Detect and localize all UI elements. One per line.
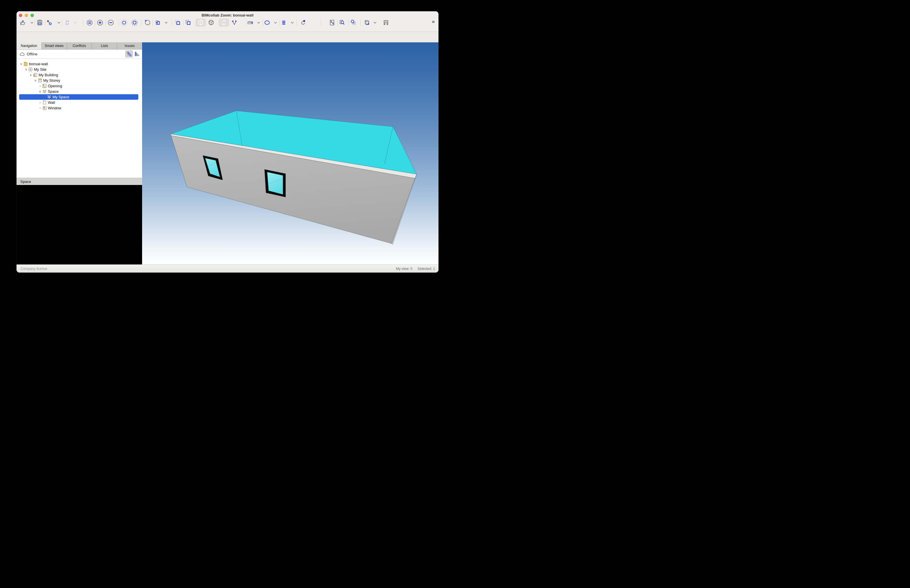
link-icon bbox=[46, 19, 52, 26]
section-circle-button[interactable] bbox=[263, 19, 272, 27]
building-icon bbox=[33, 73, 38, 77]
tree-item-label: Window bbox=[48, 106, 61, 110]
navigation-panel: Navigation Smart views Conflicts Lists I… bbox=[16, 42, 142, 265]
disclosure-expanded-icon[interactable]: ∨ bbox=[38, 89, 42, 94]
tree-item-bonsai-wall[interactable]: ∨ bonsai-wall bbox=[16, 61, 142, 67]
tab-lists[interactable]: Lists bbox=[92, 42, 117, 49]
tab-conflicts[interactable]: Conflicts bbox=[67, 42, 92, 49]
disclosure-expanded-icon[interactable]: ∨ bbox=[29, 72, 33, 78]
disclosure-expanded-icon[interactable]: ∨ bbox=[33, 78, 37, 83]
zoom-in-button[interactable] bbox=[96, 19, 104, 27]
tab-issues[interactable]: Issues bbox=[117, 42, 142, 49]
ruler-icon bbox=[247, 19, 254, 26]
circle-minus-icon bbox=[107, 19, 114, 26]
toolbar-overflow-button[interactable]: » bbox=[432, 18, 435, 25]
chevron-down-icon bbox=[273, 21, 278, 25]
tree-item-my-space-selected[interactable]: My Space bbox=[19, 94, 138, 100]
highlight-selection-button[interactable] bbox=[120, 19, 128, 27]
open-model-button[interactable] bbox=[19, 19, 27, 27]
tree-item-label: My Storey bbox=[43, 78, 60, 82]
measure-button[interactable] bbox=[246, 19, 255, 27]
zoom-extents-button[interactable] bbox=[85, 19, 94, 27]
offline-status-label: Offline bbox=[27, 52, 125, 56]
viewport-3d[interactable] bbox=[142, 42, 438, 265]
sync-dropdown[interactable] bbox=[71, 19, 80, 27]
saved-views-dropdown[interactable] bbox=[162, 19, 171, 27]
marquee-dotted-icon bbox=[174, 19, 181, 26]
disclosure-collapsed-icon[interactable]: › bbox=[38, 105, 42, 111]
space-icon bbox=[42, 89, 47, 94]
status-bar: Company license My view: 0 Selected: 1 bbox=[16, 265, 438, 273]
tree-item-my-storey[interactable]: ∨ My Storey bbox=[16, 78, 142, 83]
save-button[interactable] bbox=[36, 19, 44, 27]
select-paste-button[interactable] bbox=[184, 19, 192, 27]
box-3d-icon bbox=[363, 19, 370, 26]
window-title: BIMcollab Zoom: bonsai-wall bbox=[16, 13, 438, 18]
window-2-glass[interactable] bbox=[267, 172, 283, 195]
open-model-dropdown[interactable] bbox=[27, 19, 36, 27]
circle-equals-icon bbox=[86, 19, 93, 26]
window-icon bbox=[42, 106, 47, 110]
lines-icon bbox=[280, 19, 288, 26]
zoom-window-button[interactable] bbox=[349, 19, 357, 27]
isolate-selection-button[interactable] bbox=[130, 19, 139, 27]
circle-plus-icon bbox=[97, 19, 103, 26]
storey-icon bbox=[37, 78, 42, 82]
tree-item-label: Opening bbox=[48, 84, 62, 88]
zoom-lens-button[interactable] bbox=[338, 19, 346, 27]
chevron-down-icon bbox=[373, 21, 377, 25]
split-path-button[interactable] bbox=[230, 19, 239, 27]
flat-list-toggle-button[interactable] bbox=[133, 51, 141, 57]
ghost-mode-button[interactable] bbox=[196, 19, 206, 27]
tree-item-space[interactable]: ∨ Space bbox=[16, 89, 142, 94]
solid-mode-button[interactable] bbox=[207, 19, 215, 27]
tree-item-my-site[interactable]: ∨ My Site bbox=[16, 67, 142, 72]
section-box-button[interactable] bbox=[362, 19, 371, 27]
bookmark-section-button[interactable] bbox=[381, 19, 390, 27]
tab-navigation[interactable]: Navigation bbox=[16, 42, 42, 49]
connection-status-row: Offline bbox=[16, 50, 142, 58]
site-icon bbox=[28, 67, 33, 72]
dotted-circle-icon bbox=[120, 19, 128, 26]
space-instance-icon bbox=[47, 95, 52, 99]
saved-views-button[interactable] bbox=[154, 19, 162, 27]
tree-item-wall[interactable]: › Wall bbox=[16, 100, 142, 105]
dashed-circle-icon bbox=[131, 19, 138, 26]
cube-icon bbox=[208, 19, 215, 26]
fit-view-icon bbox=[329, 19, 336, 26]
marquee-dashed-icon bbox=[185, 19, 192, 26]
tree-item-my-building[interactable]: ∨ My Building bbox=[16, 72, 142, 78]
tree-item-opening[interactable]: › Opening bbox=[16, 83, 142, 89]
chevron-down-icon bbox=[257, 21, 261, 25]
ellipse-icon bbox=[263, 19, 271, 26]
opening-icon bbox=[42, 84, 47, 88]
auto-sync-button[interactable] bbox=[219, 19, 229, 27]
tree-item-window[interactable]: › Window bbox=[16, 105, 142, 111]
disclosure-expanded-icon[interactable]: ∨ bbox=[24, 67, 28, 72]
tree-item-label: Space bbox=[48, 89, 58, 94]
chevron-down-icon bbox=[290, 21, 294, 25]
section-lines-dropdown[interactable] bbox=[288, 19, 297, 27]
fit-view-button[interactable] bbox=[328, 19, 337, 27]
tab-smart-views[interactable]: Smart views bbox=[42, 42, 67, 49]
section-lines-button[interactable] bbox=[280, 19, 288, 27]
disclosure-expanded-icon[interactable]: ∨ bbox=[19, 61, 23, 67]
ifc-file-icon bbox=[23, 62, 28, 66]
section-box-dropdown[interactable] bbox=[371, 19, 379, 27]
disclosure-collapsed-icon[interactable]: › bbox=[38, 83, 42, 89]
zoom-out-button[interactable] bbox=[107, 19, 115, 27]
disclosure-collapsed-icon[interactable]: › bbox=[38, 100, 42, 105]
section-circle-dropdown[interactable] bbox=[271, 19, 280, 27]
select-marquee-button[interactable] bbox=[173, 19, 182, 27]
license-label: Company license bbox=[21, 267, 396, 271]
tree-view-toggle-button[interactable] bbox=[125, 50, 133, 57]
tree-item-label: Wall bbox=[48, 100, 55, 105]
toolbar-spacer-band bbox=[16, 32, 438, 42]
measure-dropdown[interactable] bbox=[254, 19, 263, 27]
chevron-down-icon bbox=[164, 21, 168, 25]
sync-refresh-button[interactable] bbox=[63, 19, 72, 27]
reset-view-button[interactable] bbox=[143, 19, 152, 27]
clipping-plane-button[interactable] bbox=[299, 19, 308, 27]
cloud-icon bbox=[19, 52, 25, 56]
link-button[interactable] bbox=[45, 19, 53, 27]
